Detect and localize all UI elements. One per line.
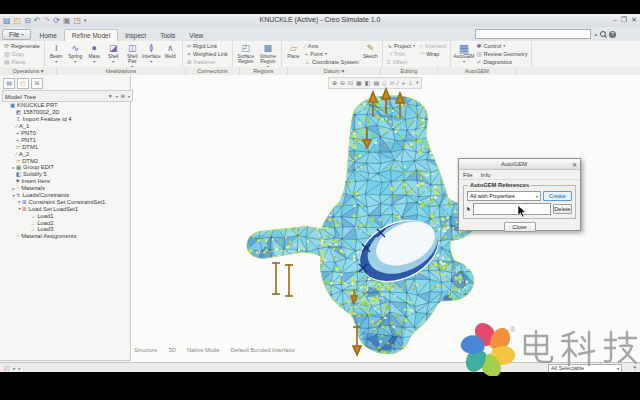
- search-input[interactable]: [475, 29, 591, 39]
- tree-item-knuckle-prt[interactable]: ▣KNUCKLE.PRT: [3, 102, 127, 109]
- tree-filter-icon[interactable]: ▼: [108, 93, 113, 99]
- maximize-button[interactable]: ❐: [621, 16, 627, 24]
- offset-button[interactable]: ≡Offset: [386, 58, 416, 65]
- tree-item-insert-here[interactable]: ◆Insert Here: [3, 178, 127, 185]
- tree-item-pnt1[interactable]: +PNT1: [3, 136, 127, 143]
- tree-item-material-assignments[interactable]: ◔Material Assignments: [3, 233, 127, 240]
- sketch-button[interactable]: ✎Sketch: [362, 42, 379, 59]
- model-tree-header: Model Tree ▼ ▾ ⊞ ▾: [2, 90, 133, 102]
- references-input[interactable]: [473, 203, 551, 215]
- tree-item-solidify[interactable]: ◧Solidify 5: [3, 171, 127, 178]
- create-button[interactable]: Create: [543, 191, 572, 201]
- shell-button[interactable]: ◪Shell▾: [105, 42, 122, 64]
- autogem-button[interactable]: ▦AutoGEM▾: [454, 42, 473, 64]
- letterbox-top: [0, 0, 640, 14]
- navigator-tabs: ▤ ◰ ⊞: [3, 78, 43, 89]
- datum-plane-icon: ▱: [290, 42, 297, 54]
- references-select[interactable]: All with Properties ▾: [467, 191, 541, 201]
- tree-item-import-feature[interactable]: ↧Import Feature id 4: [3, 116, 127, 123]
- ribbon: ⟳Regenerate ▥Copy ▤Paste IBeam▾ ∿Spring▾…: [0, 41, 640, 67]
- tree-item-load1[interactable]: →Load1: [3, 212, 127, 219]
- coordinate-system-button[interactable]: ⊥Coordinate System: [304, 58, 360, 65]
- project-button[interactable]: ⇘Project▾: [386, 42, 416, 49]
- diagnostics-button[interactable]: ✓Diagnostics: [475, 58, 528, 65]
- point-button[interactable]: +Point▾: [304, 50, 360, 57]
- mass-button[interactable]: ●Mass▾: [86, 42, 103, 64]
- dialog-close-button[interactable]: Close: [504, 222, 536, 232]
- dialog-menu-file[interactable]: File: [463, 172, 473, 178]
- paste-button[interactable]: ▤Paste: [3, 58, 41, 65]
- file-menu-button[interactable]: File▾: [2, 29, 31, 40]
- tree-item-dtm2[interactable]: ▱DTM2: [3, 157, 127, 164]
- new-file-icon[interactable]: ▤: [3, 15, 11, 26]
- tree-item-group-edit[interactable]: ▸▦Group EDIT: [3, 164, 127, 171]
- wrap-button[interactable]: ◠Wrap: [418, 50, 447, 57]
- group-label-operations[interactable]: Operations ▾: [0, 67, 57, 75]
- tab-tools[interactable]: Tools: [153, 30, 182, 41]
- interface-button[interactable]: ≬Interface▾: [143, 42, 160, 64]
- tree-item-a2[interactable]: ∕A_2: [3, 150, 127, 157]
- tab-inspect[interactable]: Inspect: [118, 30, 153, 41]
- load-set-icon: ⊠: [22, 206, 27, 212]
- tree-item-constraint-set[interactable]: ▸⊞Constraint Set ConstraintSet1: [3, 198, 127, 205]
- tree-item-load2[interactable]: →Load2: [3, 219, 127, 226]
- spring-button[interactable]: ∿Spring▾: [67, 42, 84, 64]
- tree-item-dtm1[interactable]: ▱DTM1: [3, 143, 127, 150]
- shell-pair-button[interactable]: ◫Shell Pair▾: [124, 42, 141, 69]
- intersect-button[interactable]: ∩Intersect: [418, 42, 447, 49]
- tree-settings-caret[interactable]: ▾: [128, 94, 130, 99]
- search-icon[interactable]: [600, 31, 606, 37]
- tree-item-load-set[interactable]: ▾⊠Load Set LoadSet1: [3, 205, 127, 212]
- redo-icon[interactable]: ↷: [44, 15, 51, 26]
- tree-filter-caret[interactable]: ▾: [116, 94, 118, 99]
- delete-button[interactable]: Delete: [553, 204, 572, 214]
- more-commands-icon[interactable]: ▾: [84, 15, 87, 26]
- beam-button[interactable]: IBeam▾: [48, 42, 65, 64]
- folder-browser-tab-icon[interactable]: ◰: [17, 78, 29, 89]
- review-geometry-button[interactable]: ◎Review Geometry: [475, 50, 528, 57]
- undo-icon[interactable]: ↶: [34, 15, 41, 26]
- tab-home[interactable]: Home: [33, 30, 64, 41]
- volume-region-button[interactable]: ▩Volume Region▾: [258, 42, 278, 69]
- axis-button[interactable]: ∕Axis: [304, 42, 360, 49]
- dialog-menu-bar: File Info: [459, 170, 580, 180]
- dialog-menu-info[interactable]: Info: [481, 172, 491, 178]
- tab-refine-model[interactable]: Refine Model: [64, 29, 118, 41]
- favorites-tab-icon[interactable]: ⊞: [31, 78, 43, 89]
- surface-region-button[interactable]: ◰Surface Region: [236, 42, 256, 64]
- tree-item-pnt0[interactable]: +PNT0: [3, 130, 127, 137]
- regenerate-button[interactable]: ⟳Regenerate: [3, 42, 41, 49]
- save-icon[interactable]: ⊟: [24, 15, 31, 26]
- tree-item-a1[interactable]: ∕A_1: [3, 123, 127, 130]
- tree-settings-icon[interactable]: ⊞: [121, 93, 125, 99]
- tree-item-loads-constraints[interactable]: ▾↯Loads/Constraints: [3, 192, 127, 199]
- fastener-button[interactable]: ⊕Fastener: [186, 58, 229, 65]
- model-tree-tab-icon[interactable]: ▤: [3, 78, 15, 89]
- group-label-datum[interactable]: Datum ▾: [288, 67, 381, 75]
- collapse-ribbon-icon[interactable]: ▴: [594, 31, 597, 37]
- tree-item-materials[interactable]: ▸◔Materials: [3, 185, 127, 192]
- select-pointer-icon: [467, 205, 471, 213]
- trim-button[interactable]: ⊣Trim: [386, 50, 416, 57]
- tree-item-load3[interactable]: →Load3: [3, 226, 127, 233]
- open-file-icon[interactable]: ◰: [14, 15, 22, 26]
- help-icon[interactable]: ?: [609, 31, 616, 38]
- copy-button[interactable]: ▥Copy: [3, 50, 41, 57]
- dialog-close-icon[interactable]: ✕: [569, 161, 580, 168]
- paste-icon: ▤: [4, 58, 10, 65]
- weld-button[interactable]: ∧Weld: [162, 42, 179, 59]
- knuckle-mesh-model[interactable]: [240, 86, 485, 360]
- close-button[interactable]: ✕: [631, 16, 637, 24]
- tree-item-csys[interactable]: ◩15870002_3D: [3, 109, 127, 116]
- control-button[interactable]: ✱Control▾: [475, 42, 528, 49]
- regenerate-icon[interactable]: ⟳: [53, 15, 60, 26]
- export-icon[interactable]: ◳: [74, 15, 82, 26]
- window-icon[interactable]: ▣: [63, 15, 71, 26]
- dialog-title-bar[interactable]: AutoGEM ✕: [459, 159, 580, 170]
- minimize-button[interactable]: –: [613, 16, 617, 24]
- weighted-link-button[interactable]: ∝Weighted Link: [186, 50, 229, 57]
- plane-button[interactable]: ▱Plane: [285, 42, 302, 59]
- rigid-link-button[interactable]: ∞Rigid Link: [186, 42, 229, 49]
- tab-view[interactable]: View: [182, 30, 210, 41]
- diagnostics-icon: ✓: [476, 58, 481, 65]
